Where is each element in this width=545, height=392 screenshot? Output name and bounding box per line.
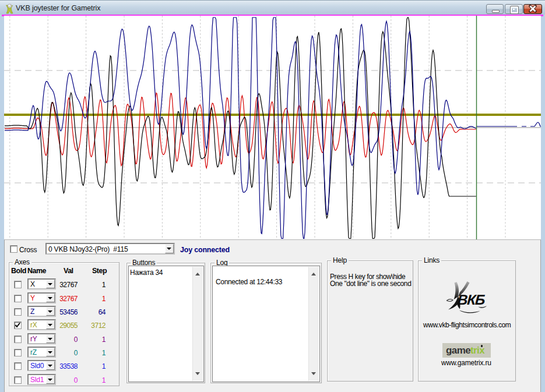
svg-text:ВКБ: ВКБ xyxy=(457,292,486,308)
